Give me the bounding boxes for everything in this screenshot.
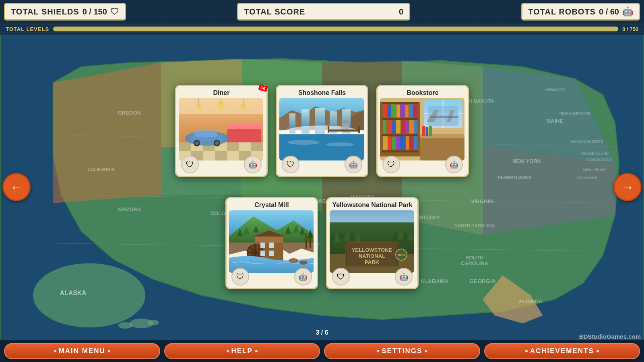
- level-card-crystal[interactable]: Crystal Mill: [225, 197, 318, 289]
- svg-rect-128: [396, 136, 400, 150]
- card-wrapper-bookstore: Bookstore: [376, 85, 469, 177]
- svg-rect-58: [251, 142, 263, 151]
- settings-dot-left: [377, 350, 379, 352]
- svg-rect-52: [179, 142, 191, 151]
- card-wrapper-crystal: Crystal Mill: [225, 197, 318, 289]
- main-area: ALASKA TEXAS KANSAS MISSOURI KENTUCKY VI…: [0, 35, 644, 339]
- robot-icon-yellowstone: 🤖: [395, 268, 413, 286]
- svg-text:YELLOWSTONE: YELLOWSTONE: [352, 247, 392, 253]
- svg-rect-132: [414, 136, 417, 150]
- svg-rect-119: [392, 121, 396, 134]
- shields-stat-box: TOTAL SHIELDS 0 / 150 🛡: [4, 3, 126, 21]
- robots-label: TOTAL ROBOTS: [528, 7, 596, 16]
- main-menu-button[interactable]: MAIN MENU: [4, 343, 160, 359]
- svg-rect-124: [414, 120, 417, 134]
- shields-label: TOTAL SHIELDS: [11, 7, 79, 16]
- svg-rect-116: [413, 105, 417, 117]
- svg-rect-147: [269, 243, 274, 248]
- svg-rect-140: [255, 237, 283, 243]
- shields-value: 0 / 150: [83, 7, 107, 16]
- bottom-nav: MAIN MENU HELP SETTINGS ACHIEVEMENTS: [0, 340, 644, 362]
- svg-rect-62: [215, 151, 227, 160]
- svg-rect-57: [239, 142, 251, 151]
- svg-rect-152: [305, 241, 307, 249]
- shield-icon-shoshone: 🛡: [282, 156, 299, 173]
- svg-rect-123: [409, 120, 414, 134]
- main-menu-dot-right: [108, 350, 110, 352]
- level-card-shoshone[interactable]: Shoshone Falls: [276, 85, 368, 177]
- settings-dot-right: [425, 350, 427, 352]
- cards-grid: CE Diner: [0, 35, 644, 339]
- svg-rect-122: [405, 121, 409, 134]
- level-card-diner[interactable]: CE Diner: [175, 85, 268, 177]
- level-card-yellowstone[interactable]: Yellowstone National Park: [326, 197, 419, 289]
- svg-rect-66: [227, 128, 261, 142]
- help-label: HELP: [231, 347, 253, 355]
- svg-rect-93: [358, 126, 360, 133]
- svg-rect-67: [227, 124, 261, 129]
- svg-rect-92: [328, 126, 329, 133]
- robot-icon-crystal: 🤖: [294, 268, 312, 286]
- card-wrapper-shoshone: Shoshone Falls: [276, 85, 368, 177]
- svg-rect-107: [382, 134, 418, 136]
- settings-button[interactable]: SETTINGS: [324, 343, 480, 359]
- svg-point-89: [287, 140, 320, 145]
- svg-rect-114: [405, 105, 409, 117]
- card-image-yellowstone: YELLOWSTONE NATIONAL PARK NPS: [330, 210, 414, 273]
- cards-row-1: CE Diner: [175, 85, 469, 177]
- svg-rect-109: [383, 104, 387, 117]
- achievements-dot-right: [597, 350, 599, 352]
- help-button[interactable]: HELP: [164, 343, 320, 359]
- svg-rect-91: [328, 130, 360, 132]
- svg-point-150: [289, 258, 298, 263]
- svg-rect-108: [382, 150, 418, 152]
- svg-text:PARK: PARK: [365, 259, 379, 265]
- shield-icon-bookstore: 🛡: [382, 156, 400, 173]
- svg-point-74: [215, 141, 219, 145]
- progress-row: TOTAL LEVELS 0 / 750: [0, 23, 644, 35]
- svg-rect-70: [195, 130, 217, 137]
- achievements-button[interactable]: ACHIEVEMENTS: [484, 343, 640, 359]
- settings-label: SETTINGS: [382, 347, 422, 355]
- svg-text:NATIONAL: NATIONAL: [359, 253, 385, 259]
- left-arrow-icon: ←: [10, 180, 23, 195]
- svg-rect-112: [396, 105, 400, 117]
- svg-rect-103: [430, 116, 458, 118]
- card-image-shoshone: [279, 98, 364, 160]
- shield-icon-yellowstone: 🛡: [332, 268, 350, 286]
- svg-rect-125: [383, 136, 388, 150]
- progress-label: TOTAL LEVELS: [6, 26, 49, 32]
- nav-arrow-left[interactable]: ←: [2, 173, 31, 201]
- svg-text:NPS: NPS: [398, 253, 405, 257]
- robots-value: 0 / 60: [599, 7, 619, 16]
- svg-point-90: [326, 142, 354, 146]
- achievements-label: ACHIEVEMENTS: [530, 347, 594, 355]
- svg-point-96: [344, 121, 345, 122]
- robots-stat-box: TOTAL ROBOTS 0 / 60 🤖: [521, 3, 640, 21]
- svg-rect-146: [260, 243, 265, 248]
- svg-rect-120: [396, 120, 400, 134]
- svg-rect-113: [400, 104, 405, 117]
- card-image-bookstore: [380, 98, 464, 160]
- svg-rect-63: [227, 151, 239, 160]
- nav-arrow-right[interactable]: →: [613, 173, 642, 201]
- svg-rect-121: [401, 120, 405, 134]
- page-indicator: 3 / 6: [316, 329, 328, 336]
- svg-rect-117: [383, 120, 386, 134]
- svg-rect-148: [260, 251, 265, 256]
- score-label: TOTAL SCORE: [244, 7, 305, 16]
- svg-point-72: [195, 141, 199, 145]
- card-title-shoshone: Shoshone Falls: [277, 86, 367, 98]
- level-card-bookstore[interactable]: Bookstore: [376, 85, 469, 177]
- svg-rect-126: [388, 136, 391, 150]
- svg-rect-61: [203, 151, 215, 160]
- shield-icon-diner: 🛡: [181, 156, 199, 173]
- svg-rect-110: [388, 105, 391, 117]
- robot-icon-bookstore: 🤖: [445, 156, 463, 173]
- svg-rect-105: [382, 102, 418, 104]
- card-title-crystal: Crystal Mill: [227, 198, 317, 210]
- achievements-dot-left: [525, 350, 528, 352]
- card-title-diner: Diner: [176, 86, 266, 98]
- shield-icon-crystal: 🛡: [231, 268, 249, 286]
- svg-rect-115: [409, 104, 413, 117]
